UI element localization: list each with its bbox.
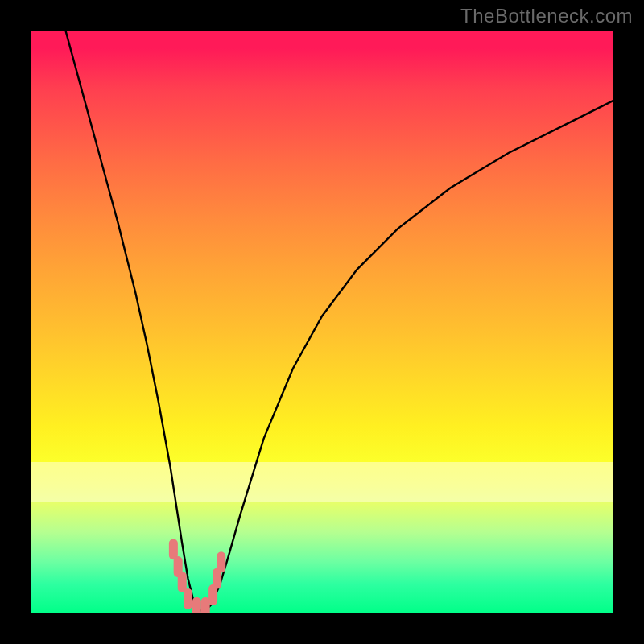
highlight-marker [178, 572, 187, 592]
watermark-text: TheBottleneck.com [460, 5, 633, 27]
chart-frame: TheBottleneck.com [0, 0, 644, 644]
highlight-markers-group [169, 539, 225, 613]
plot-area [31, 31, 613, 613]
curve-svg [31, 31, 613, 613]
highlight-marker [201, 597, 210, 613]
highlight-marker [184, 588, 192, 609]
highlight-marker [192, 597, 201, 613]
bottleneck-curve [65, 31, 613, 610]
highlight-marker [217, 551, 225, 572]
